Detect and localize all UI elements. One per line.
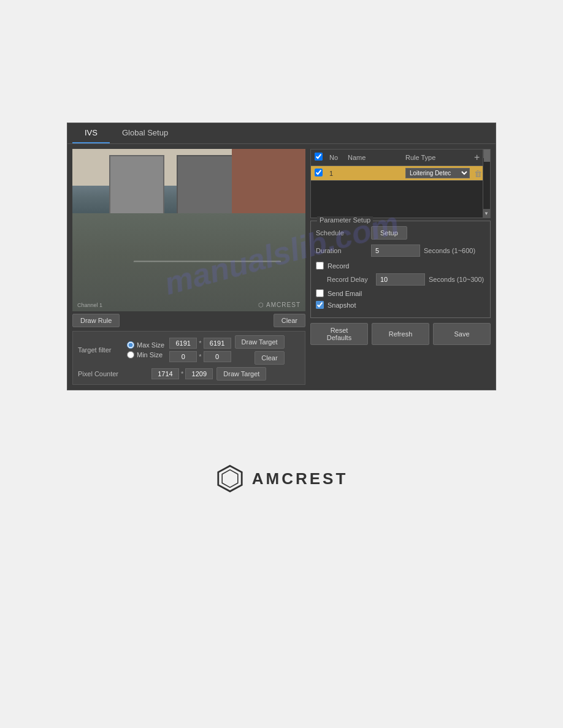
schedule-label: Schedule: [316, 229, 371, 237]
pixel-counter-row: Pixel Counter * Draw Target: [78, 367, 300, 381]
max-size-radio[interactable]: [127, 341, 134, 349]
max-size-label: Max Size: [137, 341, 164, 349]
rule-table-empty-area: [311, 181, 490, 218]
min-size-radio-item: Min Size: [127, 351, 164, 358]
duration-input[interactable]: [371, 245, 420, 257]
amcrest-text: AMCREST: [252, 469, 348, 488]
warehouse-door-center: [177, 155, 238, 222]
rule-type-select-1[interactable]: Loitering Detec Tripwire Intrusion Aband…: [405, 168, 470, 178]
rule-table-header: No Name Rule Type +: [311, 150, 490, 166]
ground: [72, 213, 305, 311]
refresh-button[interactable]: Refresh: [372, 323, 429, 345]
add-rule-button[interactable]: +: [473, 152, 481, 163]
record-delay-row: Record Delay Seconds (10~300): [316, 273, 485, 286]
scroll-down-arrow[interactable]: ▼: [483, 209, 490, 218]
rule-check-col: [315, 169, 329, 178]
rule-checkbox-1[interactable]: [315, 169, 323, 176]
content-area: Channel 1 ⬡ AMCREST Draw Rule Clear Targ…: [67, 144, 496, 390]
max-size-radio-item: Max Size: [127, 341, 164, 349]
schedule-row: Schedule Setup: [316, 226, 485, 240]
draw-rule-row: Draw Rule Clear: [72, 314, 305, 327]
delete-rule-button-1[interactable]: 🗑: [473, 169, 483, 178]
right-panel: No Name Rule Type + 1: [310, 149, 491, 385]
schedule-setup-button[interactable]: Setup: [371, 226, 407, 240]
max-height-input[interactable]: [204, 338, 231, 349]
draw-rule-button[interactable]: Draw Rule: [72, 314, 120, 327]
record-checkbox-row: Record: [316, 262, 485, 270]
min-height-input[interactable]: [204, 351, 231, 362]
min-width-input[interactable]: [169, 351, 197, 362]
record-label: Record: [327, 262, 349, 270]
record-delay-label: Record Delay: [327, 276, 376, 283]
max-size-row: Target filter Max Size Min Size: [78, 335, 300, 365]
ground-line: [134, 260, 282, 262]
max-separator: *: [199, 339, 201, 347]
save-button[interactable]: Save: [433, 323, 491, 345]
bottom-controls: Draw Rule Clear Target filter Max Size: [72, 314, 305, 385]
tab-bar: IVS Global Setup: [67, 123, 496, 144]
camera-scene: [72, 149, 305, 311]
camera-view: Channel 1 ⬡ AMCREST: [72, 149, 305, 311]
header-checkbox[interactable]: [315, 153, 323, 161]
camera-label: Channel 1: [77, 302, 102, 308]
duration-unit: Seconds (1~600): [424, 247, 475, 254]
left-panel: Channel 1 ⬡ AMCREST Draw Rule Clear Targ…: [72, 149, 305, 385]
rule-row-1: 1 Loitering Detec Tripwire Intrusion Aba…: [311, 166, 490, 181]
min-size-label: Min Size: [137, 351, 163, 358]
max-size-inputs: *: [169, 338, 231, 349]
duration-label: Duration: [316, 247, 371, 254]
pixel-counter-label: Pixel Counter: [78, 370, 127, 377]
delete-icon: 🗑: [474, 169, 482, 178]
snapshot-checkbox[interactable]: [316, 301, 324, 309]
parameter-setup: Parameter Setup Schedule Setup Duration …: [310, 221, 491, 318]
target-filter-section: Target filter Max Size Min Size: [72, 331, 305, 385]
pixel-width-input[interactable]: [151, 368, 179, 379]
rule-type-col-1: Loitering Detec Tripwire Intrusion Aband…: [405, 168, 473, 178]
clear-target-button[interactable]: Clear: [255, 351, 284, 365]
record-checkbox[interactable]: [316, 262, 324, 270]
draw-target-button-1[interactable]: Draw Target: [235, 335, 285, 349]
draw-target-buttons: Draw Target Clear: [235, 335, 285, 365]
main-panel: IVS Global Setup: [67, 123, 496, 390]
action-buttons: Reset Defaults Refresh Save: [310, 323, 491, 345]
pixel-separator: *: [181, 370, 183, 377]
header-check-col: [315, 153, 329, 162]
svg-marker-1: [222, 470, 238, 488]
snapshot-checkbox-row: Snapshot: [316, 301, 485, 309]
record-delay-unit: Seconds (10~300): [429, 276, 484, 283]
header-type-col: Rule Type: [405, 154, 473, 161]
rule-no-1: 1: [329, 170, 348, 177]
tab-ivs[interactable]: IVS: [72, 123, 110, 143]
target-filter-label: Target filter: [78, 346, 127, 354]
camera-watermark: ⬡ AMCREST: [258, 301, 301, 308]
min-separator: *: [199, 353, 201, 360]
min-size-radio[interactable]: [127, 351, 134, 358]
scroll-track: ▲ ▼: [483, 150, 490, 218]
draw-target-button-2[interactable]: Draw Target: [216, 367, 266, 381]
tab-global-setup[interactable]: Global Setup: [110, 123, 180, 143]
snapshot-label: Snapshot: [327, 301, 356, 309]
warehouse-door-left: [109, 155, 164, 216]
scroll-thumb[interactable]: [484, 150, 490, 162]
size-inputs: * *: [169, 338, 231, 362]
duration-row: Duration Seconds (1~600): [316, 245, 485, 257]
pixel-counter-inputs: *: [151, 368, 213, 379]
send-email-label: Send Email: [327, 290, 362, 297]
amcrest-hex-icon: [215, 464, 245, 493]
radio-group: Max Size Min Size: [127, 341, 164, 358]
min-size-inputs: *: [169, 351, 231, 362]
header-no-col: No: [329, 154, 348, 161]
reset-defaults-button[interactable]: Reset Defaults: [310, 323, 368, 345]
clear-button[interactable]: Clear: [274, 314, 305, 327]
amcrest-logo: AMCREST: [215, 464, 348, 493]
record-delay-input[interactable]: [376, 273, 425, 286]
pixel-height-input[interactable]: [185, 368, 213, 379]
send-email-checkbox[interactable]: [316, 289, 324, 297]
param-legend: Parameter Setup: [317, 216, 373, 224]
header-name-col: Name: [348, 154, 405, 161]
send-email-checkbox-row: Send Email: [316, 289, 485, 297]
rule-table: No Name Rule Type + 1: [310, 149, 491, 218]
max-width-input[interactable]: [169, 338, 197, 349]
